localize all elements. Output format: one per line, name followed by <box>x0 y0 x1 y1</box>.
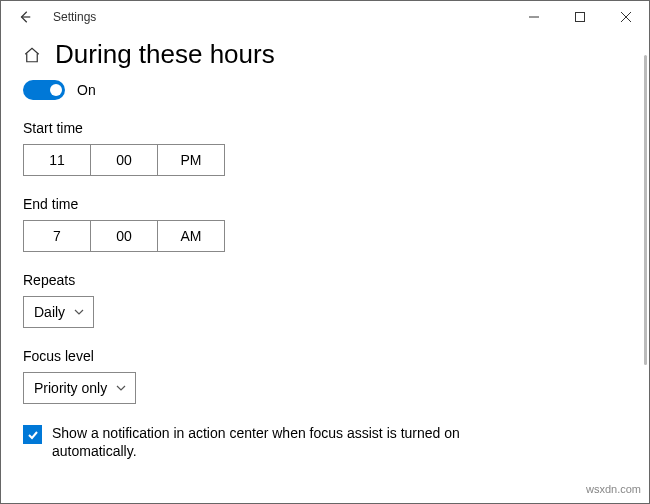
watermark: wsxdn.com <box>586 483 641 495</box>
start-minute[interactable]: 00 <box>90 144 158 176</box>
repeats-dropdown[interactable]: Daily <box>23 296 94 328</box>
chevron-down-icon <box>73 306 85 318</box>
title-bar: Settings <box>1 1 649 33</box>
focus-level-value: Priority only <box>34 380 107 396</box>
minimize-icon <box>529 12 539 22</box>
start-time-label: Start time <box>23 120 627 136</box>
repeats-label: Repeats <box>23 272 627 288</box>
notification-checkbox[interactable] <box>23 425 42 444</box>
start-meridiem[interactable]: PM <box>157 144 225 176</box>
back-arrow-icon <box>18 10 32 24</box>
end-hour[interactable]: 7 <box>23 220 91 252</box>
toggle-row: On <box>23 80 627 100</box>
notification-checkbox-row: Show a notification in action center whe… <box>23 424 543 460</box>
chevron-down-icon <box>115 382 127 394</box>
toggle-knob <box>50 84 62 96</box>
page-title: During these hours <box>55 39 275 70</box>
notification-checkbox-label: Show a notification in action center whe… <box>52 424 543 460</box>
end-minute[interactable]: 00 <box>90 220 158 252</box>
page-header: During these hours <box>23 39 627 70</box>
window-title: Settings <box>53 10 96 24</box>
toggle-label: On <box>77 82 96 98</box>
svg-rect-0 <box>576 13 585 22</box>
end-meridiem[interactable]: AM <box>157 220 225 252</box>
end-time-picker: 7 00 AM <box>23 220 627 252</box>
content-area: During these hours On Start time 11 00 P… <box>1 33 649 478</box>
minimize-button[interactable] <box>511 1 557 33</box>
home-icon[interactable] <box>23 46 41 64</box>
on-off-toggle[interactable] <box>23 80 65 100</box>
maximize-button[interactable] <box>557 1 603 33</box>
close-button[interactable] <box>603 1 649 33</box>
maximize-icon <box>575 12 585 22</box>
start-time-picker: 11 00 PM <box>23 144 627 176</box>
end-time-label: End time <box>23 196 627 212</box>
focus-level-dropdown[interactable]: Priority only <box>23 372 136 404</box>
checkmark-icon <box>27 429 39 441</box>
repeats-value: Daily <box>34 304 65 320</box>
back-button[interactable] <box>13 5 37 29</box>
focus-level-label: Focus level <box>23 348 627 364</box>
start-hour[interactable]: 11 <box>23 144 91 176</box>
close-icon <box>621 12 631 22</box>
